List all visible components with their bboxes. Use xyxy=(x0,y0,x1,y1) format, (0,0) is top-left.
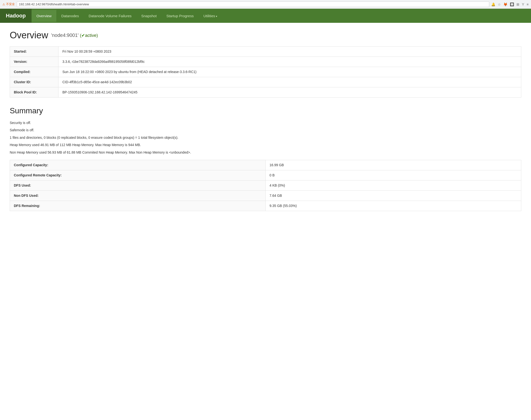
page-title: Overview 'node4:9001' (✔active) xyxy=(10,30,521,41)
summary-table: Configured Capacity: 16.99 GB Configured… xyxy=(10,160,521,211)
label-started: Started: xyxy=(10,46,59,57)
value-cluster-id: CID-4ff3b1c5-d65e-45ce-ae4d-142ec09b3b02 xyxy=(59,77,521,87)
summary-title: Summary xyxy=(10,106,521,115)
warning-icon: ⚠ xyxy=(2,3,5,6)
table-row: Compiled: Sun Jun 18 16:22:00 +0800 2023… xyxy=(10,67,521,77)
navbar: Hadoop Overview Datanodes Datanode Volum… xyxy=(0,9,531,23)
extensions-icon[interactable]: ⊞ xyxy=(516,2,519,6)
nav-item-utilities[interactable]: Utilities xyxy=(199,10,222,22)
table-row: Non DFS Used: 7.64 GB xyxy=(10,191,521,201)
label-configured-capacity: Configured Capacity: xyxy=(10,160,266,170)
table-row: DFS Used: 4 KB (0%) xyxy=(10,180,521,191)
overview-table: Started: Fri Nov 10 00:28:59 +0800 2023 … xyxy=(10,46,521,98)
label-cluster-id: Cluster ID: xyxy=(10,77,59,87)
node-name: 'node4:9001' xyxy=(51,32,78,38)
nav-item-startup-progress[interactable]: Startup Progress xyxy=(161,10,199,22)
navbar-brand[interactable]: Hadoop xyxy=(0,9,31,23)
overview-section: Overview 'node4:9001' (✔active) Started:… xyxy=(10,30,521,98)
nav-item-datanode-volume-failures[interactable]: Datanode Volume Failures xyxy=(84,10,137,22)
nav-item-snapshot[interactable]: Snapshot xyxy=(137,10,161,22)
check-icon: ✔ xyxy=(81,33,85,38)
label-non-dfs-used: Non DFS Used: xyxy=(10,191,266,201)
summary-section: Summary Security is off. Safemode is off… xyxy=(10,106,521,211)
label-version: Version: xyxy=(10,57,59,67)
table-row: DFS Remaining: 9.35 GB (55.03%) xyxy=(10,201,521,211)
value-started: Fri Nov 10 00:28:59 +0800 2023 xyxy=(59,46,521,57)
table-row: Configured Capacity: 16.99 GB xyxy=(10,160,521,170)
label-configured-remote-capacity: Configured Remote Capacity: xyxy=(10,170,266,180)
summary-text-security: Security is off. xyxy=(10,120,521,125)
value-dfs-remaining: 9.35 GB (55.03%) xyxy=(266,201,521,211)
star-icon[interactable]: ☆ xyxy=(498,2,501,6)
table-row: Started: Fri Nov 10 00:28:59 +0800 2023 xyxy=(10,46,521,57)
node-info: 'node4:9001' (✔active) xyxy=(51,32,98,38)
label-block-pool-id: Block Pool ID: xyxy=(10,87,59,98)
value-dfs-used: 4 KB (0%) xyxy=(266,180,521,191)
table-row: Version: 3.3.6, r1be78238728da9266a4f881… xyxy=(10,57,521,67)
value-compiled: Sun Jun 18 16:22:00 +0800 2023 by ubuntu… xyxy=(59,67,521,77)
summary-texts: Security is off. Safemode is off. 1 file… xyxy=(10,120,521,155)
security-warning: ⚠ 不安全 xyxy=(2,2,15,6)
label-dfs-used: DFS Used: xyxy=(10,180,266,191)
table-row: Configured Remote Capacity: 0 B xyxy=(10,170,521,180)
bell-icon[interactable]: 🔔 xyxy=(491,2,495,6)
main-content: Overview 'node4:9001' (✔active) Started:… xyxy=(0,23,531,218)
table-row: Cluster ID: CID-4ff3b1c5-d65e-45ce-ae4d-… xyxy=(10,77,521,87)
value-configured-capacity: 16.99 GB xyxy=(266,160,521,170)
navbar-items: Overview Datanodes Datanode Volume Failu… xyxy=(31,10,222,22)
value-configured-remote-capacity: 0 B xyxy=(266,170,521,180)
nav-item-datanodes[interactable]: Datanodes xyxy=(56,10,84,22)
screenshot-icon[interactable]: 🔲 xyxy=(510,2,514,6)
overview-title: Overview xyxy=(10,30,48,41)
value-block-pool-id: BP-1593510906-192.168.42.142-16995464742… xyxy=(59,87,521,98)
label-compiled: Compiled: xyxy=(10,67,59,77)
summary-text-heap: Heap Memory used 46.91 MB of 112 MB Heap… xyxy=(10,142,521,148)
warning-text: 不安全 xyxy=(6,2,15,6)
nav-item-overview[interactable]: Overview xyxy=(31,10,57,22)
menu-icon[interactable]: ≡ xyxy=(527,2,529,6)
browser-chrome: ⚠ 不安全 192.168.42.142:9870/dfshealth.html… xyxy=(0,0,531,9)
status-text: active xyxy=(85,33,96,38)
value-non-dfs-used: 7.64 GB xyxy=(266,191,521,201)
value-version: 3.3.6, r1be78238728da9266a4f88195058f08f… xyxy=(59,57,521,67)
url-bar[interactable]: 192.168.42.142:9870/dfshealth.html#tab-o… xyxy=(17,1,489,7)
profile-icon[interactable]: Y xyxy=(522,2,524,6)
summary-text-files: 1 files and directories, 0 blocks (0 rep… xyxy=(10,135,521,140)
fox-icon[interactable]: 🦊 xyxy=(503,2,507,6)
active-badge: (✔active) xyxy=(80,33,98,38)
label-dfs-remaining: DFS Remaining: xyxy=(10,201,266,211)
summary-text-safemode: Safemode is off. xyxy=(10,127,521,133)
summary-text-nonheap: Non Heap Memory used 56.93 MB of 61.88 M… xyxy=(10,150,521,155)
table-row: Block Pool ID: BP-1593510906-192.168.42.… xyxy=(10,87,521,98)
browser-icons: 🔔 ☆ 🦊 🔲 ⊞ Y ≡ xyxy=(491,2,529,6)
